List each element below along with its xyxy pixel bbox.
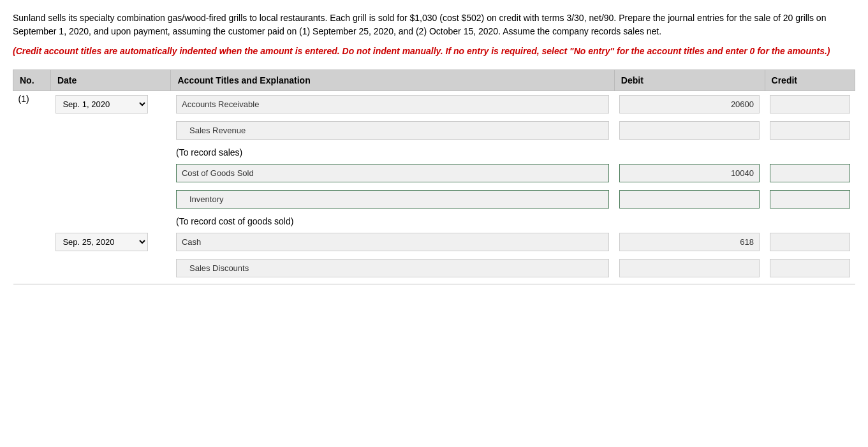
empty-date xyxy=(50,214,171,229)
header-credit: Credit xyxy=(765,70,855,91)
empty-date xyxy=(50,160,171,187)
debit-input-1[interactable] xyxy=(619,95,760,114)
empty-date xyxy=(50,145,171,160)
debit-cell-3 xyxy=(614,160,765,187)
note-cell-2: (To record cost of goods sold) xyxy=(171,214,855,229)
empty-date xyxy=(50,187,171,214)
account-input-4[interactable] xyxy=(176,190,609,209)
note-cell-1: (To record sales) xyxy=(171,145,855,160)
credit-input-1[interactable] xyxy=(770,95,850,114)
credit-cell-5 xyxy=(765,229,855,256)
header-date: Date xyxy=(50,70,171,91)
empty-no xyxy=(13,145,51,160)
credit-cell-3 xyxy=(765,160,855,187)
account-input-5[interactable] xyxy=(176,233,609,251)
empty-no xyxy=(13,160,51,187)
date-cell-1: Sep. 1, 2020 xyxy=(50,91,171,119)
date-cell-2: Sep. 25, 2020 xyxy=(50,229,171,256)
header-no: No. xyxy=(13,70,51,91)
credit-cell-1 xyxy=(765,91,855,119)
account-cell-1 xyxy=(171,91,614,119)
note-text-1: (To record sales) xyxy=(176,145,242,160)
credit-input-4[interactable] xyxy=(770,190,850,209)
note-text-2: (To record cost of goods sold) xyxy=(176,214,293,229)
empty-no xyxy=(13,229,51,256)
account-input-3[interactable] xyxy=(176,164,609,182)
debit-cell-2 xyxy=(614,119,765,145)
credit-input-5[interactable] xyxy=(770,233,850,251)
credit-input-3[interactable] xyxy=(770,164,850,182)
empty-no xyxy=(13,187,51,214)
intro-paragraph: Sunland sells its specialty combination … xyxy=(13,11,855,38)
entry-no-1: (1) xyxy=(13,91,51,119)
header-debit: Debit xyxy=(614,70,765,91)
table-row xyxy=(13,160,855,187)
debit-input-6[interactable] xyxy=(619,259,760,277)
table-row xyxy=(13,256,855,282)
table-row xyxy=(13,187,855,214)
note-row: (To record sales) xyxy=(13,145,855,160)
account-cell-6 xyxy=(171,256,614,282)
debit-input-3[interactable] xyxy=(619,164,760,182)
account-cell-3 xyxy=(171,160,614,187)
debit-cell-4 xyxy=(614,187,765,214)
debit-cell-5 xyxy=(614,229,765,256)
date-select-2[interactable]: Sep. 25, 2020 xyxy=(55,233,148,251)
account-cell-5 xyxy=(171,229,614,256)
account-input-6[interactable] xyxy=(176,259,609,277)
debit-cell-1 xyxy=(614,91,765,119)
debit-cell-6 xyxy=(614,256,765,282)
empty-date xyxy=(50,256,171,282)
account-input-2[interactable] xyxy=(176,121,609,140)
credit-cell-6 xyxy=(765,256,855,282)
credit-cell-4 xyxy=(765,187,855,214)
credit-input-2[interactable] xyxy=(770,121,850,140)
note-row: (To record cost of goods sold) xyxy=(13,214,855,229)
empty-no xyxy=(13,214,51,229)
debit-input-4[interactable] xyxy=(619,190,760,209)
debit-input-2[interactable] xyxy=(619,121,760,140)
journal-table: No. Date Account Titles and Explanation … xyxy=(13,70,855,284)
table-row xyxy=(13,119,855,145)
account-cell-2 xyxy=(171,119,614,145)
table-row: (1) Sep. 1, 2020 xyxy=(13,91,855,119)
empty-date xyxy=(50,119,171,145)
empty-no xyxy=(13,256,51,282)
warning-paragraph: (Credit account titles are automatically… xyxy=(13,45,855,58)
empty-no xyxy=(13,119,51,145)
header-account: Account Titles and Explanation xyxy=(171,70,614,91)
date-select-1[interactable]: Sep. 1, 2020 xyxy=(55,95,148,114)
table-row: Sep. 25, 2020 xyxy=(13,229,855,256)
credit-input-6[interactable] xyxy=(770,259,850,277)
divider-row xyxy=(13,282,855,284)
debit-input-5[interactable] xyxy=(619,233,760,251)
account-cell-4 xyxy=(171,187,614,214)
credit-cell-2 xyxy=(765,119,855,145)
account-input-1[interactable] xyxy=(176,95,609,114)
